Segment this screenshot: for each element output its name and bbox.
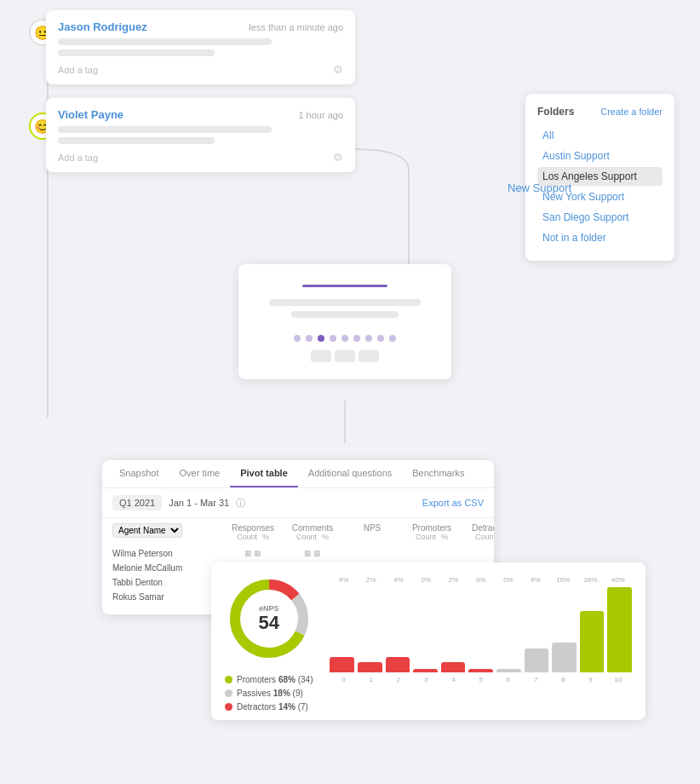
bar-segment [441,662,466,672]
cell-detractors [462,549,494,558]
legend-dot [225,676,232,683]
dot9 [389,335,396,342]
col-promoters: PromotersCount% [402,522,462,543]
bar-x-label: 6 [496,676,520,683]
legend-item: Detractors 14% (7) [225,702,313,712]
dot5 [341,335,348,342]
card2-time: 1 hour ago [298,110,343,120]
bar-chart-bars [330,587,632,672]
col-responses: ResponsesCount% [223,522,283,543]
cell-nps [342,549,402,558]
enps-legend: Promoters 68% (34) Passives 18% (9) Detr… [225,675,313,712]
bar-segment [607,587,632,672]
cell-name: Tabbi Denton [112,578,223,587]
analytics-tab[interactable]: Benchmarks [402,460,474,487]
bar-x-label: 2 [387,676,410,683]
bar-percent-label: 0% [496,576,520,584]
folders-title: Folders [537,106,574,118]
bar-x-label: 8 [551,676,575,683]
analytics-tab[interactable]: Pivot table [230,460,298,487]
card2-name: Violet Payne [58,108,123,121]
legend-dot [225,703,232,711]
survey-footer-btns [311,350,379,362]
survey-dots [294,335,396,342]
bar-percent-label: 28% [579,576,603,584]
dot2 [306,335,313,342]
bar-percentages: 4%2%4%0%2%0%0%8%10%28%40% [330,576,632,584]
bar-percent-label: 2% [441,576,465,584]
analytics-tab[interactable]: Snapshot [109,460,169,487]
period-badge[interactable]: Q1 2021 [112,495,162,510]
survey-line2 [291,311,399,318]
col-detractors: DetractorsCount% [462,522,494,543]
dot3 [318,335,324,342]
conversation-card-1: Jason Rodriguez less than a minute ago A… [46,10,355,84]
analytics-tab[interactable]: Additional questions [298,460,402,487]
bar-x-label: 0 [332,676,356,683]
bar-x-label: 10 [606,676,630,683]
tag-icon-2: ⚙ [333,151,343,164]
bar-x-label: 4 [441,676,465,683]
table-row: Wilma Peterson ▦ ▦ ▦ ▦ [102,546,494,561]
bar-percent-label: 2% [359,576,383,584]
card1-line1 [58,38,272,45]
survey-card [238,264,451,379]
conversation-card-2: Violet Payne 1 hour ago Add a tag ⚙ [46,98,355,172]
conversation-cards-area: Jason Rodriguez less than a minute ago A… [19,10,355,186]
folder-item[interactable]: Not in a folder [537,228,663,247]
survey-progress-bar [302,285,387,287]
bar-percent-label: 8% [524,576,548,584]
card1-tag[interactable]: Add a tag ⚙ [58,63,343,76]
bar-percent-label: 4% [387,576,410,584]
legend-item: Promoters 68% (34) [225,675,313,684]
legend-dot [225,689,232,697]
folder-item[interactable]: San Diego Support [537,208,663,227]
bar-labels: 012345678910 [330,676,632,683]
col-nps: NPS [342,522,402,543]
enps-donut-label: eNPS 54 [258,604,278,633]
bar-percent-label: 0% [414,576,438,584]
cell-responses: ▦ ▦ [223,549,283,558]
bar-percent-label: 40% [606,576,630,584]
folders-panel: Folders Create a folder AllAustin Suppor… [525,94,674,261]
card1-time: less than a minute ago [249,22,343,32]
bar-segment [552,643,577,672]
survey-line1 [269,299,422,306]
legend-item: Passives 18% (9) [225,689,313,698]
export-csv-link[interactable]: Export as CSV [422,498,484,508]
bar-segment [386,657,410,672]
cell-name: Rokus Samar [112,592,223,602]
bar-x-label: 3 [414,676,438,683]
table-header: Agent Name ResponsesCount% CommentsCount… [102,518,494,546]
analytics-tab[interactable]: Over time [169,460,230,487]
card1-line2 [58,49,215,56]
cell-name: Wilma Peterson [112,549,223,558]
agent-name-select[interactable]: Agent Name [112,523,182,538]
bar-x-label: 5 [469,676,493,683]
bar-percent-label: 0% [469,576,493,584]
cell-promoters [402,549,462,558]
dot6 [353,335,360,342]
card1-name: Jason Rodriguez [58,20,147,33]
dot1 [294,335,301,342]
bar-percent-label: 4% [332,576,356,584]
bar-segment [580,611,605,672]
dot4 [330,335,336,342]
card2-tag[interactable]: Add a tag ⚙ [58,151,343,164]
new-support-label: New Support [508,182,571,194]
bar-segment [468,669,493,672]
folder-item[interactable]: All [537,126,663,145]
bar-segment [496,669,521,672]
date-range: Jan 1 - Mar 31 [169,498,229,508]
bar-percent-label: 10% [551,576,575,584]
footer-btn1 [311,350,331,362]
enps-donut: eNPS 54 [227,576,312,661]
bar-x-label: 9 [579,676,603,683]
bar-x-label: 7 [524,676,548,683]
create-folder-link[interactable]: Create a folder [600,107,663,117]
card2-line2 [58,137,215,144]
col-agent: Agent Name [112,522,223,543]
folder-item[interactable]: Austin Support [537,147,663,165]
bar-segment [525,649,549,672]
analytics-filter-row: Q1 2021 Jan 1 - Mar 31 ⓘ Export as CSV [102,488,494,518]
